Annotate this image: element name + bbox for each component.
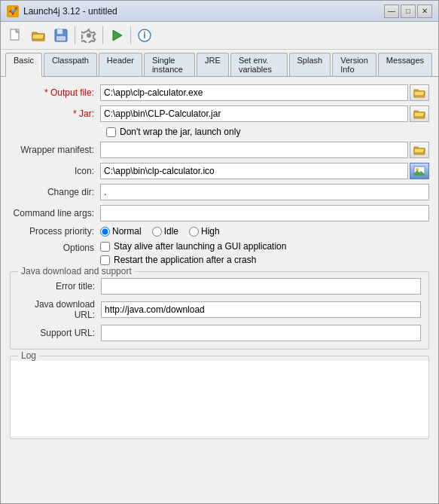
cmd-args-group: Command line args:: [10, 205, 429, 221]
svg-rect-4: [56, 36, 66, 41]
jar-label: Jar:: [10, 108, 100, 119]
tab-version-info[interactable]: Version Info: [332, 53, 377, 76]
error-title-label: Error title:: [18, 281, 101, 292]
java-download-url-input[interactable]: [101, 301, 421, 318]
change-dir-label: Change dir:: [10, 187, 100, 197]
jar-browse-button[interactable]: [410, 105, 429, 122]
tab-splash[interactable]: Splash: [289, 53, 331, 76]
log-title: Log: [18, 350, 39, 361]
main-content: Output file: Jar: Don't wra: [1, 77, 438, 503]
tab-jre[interactable]: JRE: [197, 53, 229, 76]
error-title-input[interactable]: [101, 278, 421, 295]
open-icon: [31, 28, 46, 43]
no-wrap-row: Don't wrap the jar, launch only: [10, 127, 429, 137]
support-url-input[interactable]: [101, 325, 421, 341]
tab-messages[interactable]: Messages: [378, 53, 432, 76]
priority-normal-label[interactable]: Normal: [100, 226, 142, 237]
settings-button[interactable]: [78, 25, 99, 46]
about-button[interactable]: i: [134, 25, 155, 46]
toolbar-separator-3: [130, 26, 131, 44]
main-window: 🚀 Launch4j 3.12 - untitled — □ ✕: [0, 0, 439, 504]
java-download-url-group: Java download URL:: [18, 299, 421, 320]
gear-icon: [81, 28, 96, 43]
toolbar-separator-2: [102, 26, 103, 44]
java-download-url-label: Java download URL:: [18, 299, 101, 320]
support-url-label: Support URL:: [18, 328, 101, 338]
change-dir-group: Change dir:: [10, 184, 429, 200]
priority-high-radio[interactable]: [189, 227, 199, 237]
wrapper-manifest-browse-button[interactable]: [410, 142, 429, 158]
build-button[interactable]: [106, 25, 127, 46]
svg-rect-3: [57, 29, 62, 34]
restart-option: Restart the application after a crash: [100, 255, 286, 265]
title-bar: 🚀 Launch4j 3.12 - untitled — □ ✕: [1, 1, 438, 22]
cmd-args-label: Command line args:: [10, 208, 100, 218]
svg-marker-6: [113, 30, 122, 41]
priority-normal-radio[interactable]: [100, 227, 110, 237]
restart-label[interactable]: Restart the application after a crash: [114, 255, 256, 265]
options-group: Options Stay alive after launching a GUI…: [10, 241, 429, 265]
options-checks: Stay alive after launching a GUI applica…: [100, 241, 286, 265]
no-wrap-checkbox[interactable]: [106, 127, 116, 137]
tab-basic[interactable]: Basic: [5, 53, 42, 77]
jar-input[interactable]: [100, 105, 408, 122]
icon-input[interactable]: [100, 163, 408, 179]
no-wrap-label[interactable]: Don't wrap the jar, launch only: [120, 127, 240, 137]
minimize-button[interactable]: —: [384, 5, 399, 18]
close-button[interactable]: ✕: [417, 5, 432, 18]
app-icon: 🚀: [7, 5, 19, 17]
maximize-button[interactable]: □: [401, 5, 416, 18]
folder-icon-2: [413, 108, 425, 119]
error-title-group: Error title:: [18, 278, 421, 295]
svg-point-5: [87, 33, 91, 38]
java-download-title: Java download and support: [18, 266, 135, 276]
cmd-args-input[interactable]: [100, 205, 429, 221]
title-bar-left: 🚀 Launch4j 3.12 - untitled: [7, 5, 117, 17]
output-file-input[interactable]: [100, 84, 408, 101]
priority-high-label[interactable]: High: [189, 226, 220, 237]
tab-single-instance[interactable]: Single instance: [144, 53, 195, 76]
save-button[interactable]: [50, 25, 72, 46]
log-textarea[interactable]: [11, 361, 428, 436]
tab-classpath[interactable]: Classpath: [44, 53, 97, 76]
stay-alive-label[interactable]: Stay alive after launching a GUI applica…: [114, 241, 286, 252]
icon-label: Icon:: [10, 166, 100, 176]
priority-radio-group: Normal Idle High: [100, 226, 220, 237]
new-icon: [8, 28, 23, 43]
restart-checkbox[interactable]: [100, 255, 110, 265]
toolbar: i: [1, 22, 438, 50]
priority-idle-label[interactable]: Idle: [152, 226, 178, 237]
wrapper-manifest-label: Wrapper manifest:: [10, 145, 100, 155]
priority-idle-text: Idle: [164, 226, 178, 237]
options-label: Options: [10, 241, 100, 253]
java-download-section: Java download and support Error title: J…: [10, 271, 429, 350]
priority-idle-radio[interactable]: [152, 227, 162, 237]
info-icon: i: [137, 28, 152, 43]
folder-icon-3: [413, 145, 425, 155]
new-button[interactable]: [5, 25, 26, 46]
jar-group: Jar:: [10, 105, 429, 122]
open-button[interactable]: [28, 25, 49, 46]
tab-set-env[interactable]: Set env. variables: [230, 53, 288, 76]
output-file-browse-button[interactable]: [410, 84, 429, 101]
stay-alive-option: Stay alive after launching a GUI applica…: [100, 241, 286, 252]
tab-header[interactable]: Header: [99, 53, 142, 76]
folder-icon: [413, 87, 425, 98]
icon-browse-button[interactable]: [410, 163, 429, 179]
process-priority-group: Process priority: Normal Idle High: [10, 226, 429, 237]
priority-high-text: High: [201, 226, 220, 237]
image-icon: [413, 166, 425, 176]
toolbar-separator: [75, 26, 75, 44]
output-file-label: Output file:: [10, 87, 100, 98]
build-icon: [109, 28, 124, 43]
save-icon: [53, 28, 69, 43]
stay-alive-checkbox[interactable]: [100, 242, 110, 252]
priority-normal-text: Normal: [112, 226, 142, 237]
change-dir-input[interactable]: [100, 184, 429, 200]
wrapper-manifest-input[interactable]: [100, 142, 408, 158]
window-title: Launch4j 3.12 - untitled: [23, 6, 117, 17]
tab-bar: Basic Classpath Header Single instance J…: [1, 50, 438, 77]
output-file-group: Output file:: [10, 84, 429, 101]
icon-group: Icon:: [10, 163, 429, 179]
support-url-group: Support URL:: [18, 325, 421, 341]
